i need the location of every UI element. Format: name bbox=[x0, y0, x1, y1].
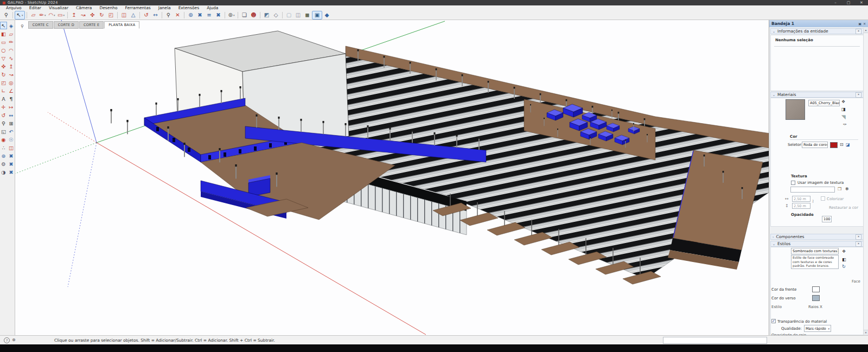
follow-me-icon[interactable]: ↝ bbox=[8, 71, 15, 78]
extension-d-icon[interactable]: ✖ bbox=[8, 160, 15, 168]
menu-arquivo[interactable]: Arquivo bbox=[2, 5, 25, 11]
extension-a-icon[interactable]: ⊛ bbox=[0, 152, 7, 159]
arc-icon[interactable]: ◠ bbox=[8, 46, 15, 54]
xray-style-icon[interactable]: ▢ bbox=[284, 11, 293, 19]
tray-titlebar[interactable]: Bandeja 1 ▣ ✕ bbox=[769, 20, 868, 27]
opacity-value-field[interactable]: 100 bbox=[822, 216, 832, 222]
section-plane-icon[interactable]: ◫ bbox=[8, 144, 15, 151]
shaded-textures-style-icon[interactable]: ▣ bbox=[312, 11, 322, 20]
wireframe-style-icon[interactable]: ◇ bbox=[271, 11, 280, 19]
polygon-icon[interactable]: ▽ bbox=[0, 54, 7, 62]
use-texture-checkbox[interactable] bbox=[791, 181, 795, 185]
menu-ferramentas[interactable]: Ferramentas bbox=[121, 5, 154, 11]
tape-measure-icon[interactable]: ∟ bbox=[0, 87, 7, 94]
push-pull-icon[interactable]: ↥ bbox=[8, 62, 15, 70]
styles-close-icon[interactable]: ✕ bbox=[856, 241, 861, 247]
rotate-icon[interactable]: ↻ bbox=[0, 71, 7, 78]
close-button[interactable]: ✕ bbox=[855, 0, 868, 5]
entity-info-close-icon[interactable]: ✕ bbox=[856, 29, 861, 34]
freehand-icon[interactable]: ∿ bbox=[8, 54, 15, 62]
scale-tool-icon[interactable]: ◰ bbox=[106, 11, 116, 19]
viewport-3d[interactable]: ⚲ CORTE CCORTE DCORTE EPLANTA BAIXA bbox=[15, 20, 769, 335]
zoom-icon[interactable]: ⚲ bbox=[0, 119, 7, 127]
back-edges-style-icon[interactable]: ◩ bbox=[262, 11, 271, 19]
layers-stack-icon[interactable]: ≡ bbox=[205, 11, 214, 19]
materials-header[interactable]: ⌄ Materiais ✕ bbox=[770, 92, 864, 98]
rectangle-icon[interactable]: ▭ bbox=[0, 38, 7, 46]
components-close-icon[interactable]: ✕ bbox=[856, 234, 861, 240]
line-icon[interactable]: ✏ bbox=[8, 38, 15, 46]
orbit-icon[interactable]: ↺ bbox=[0, 111, 7, 119]
zoom-icon[interactable]: ⚲ bbox=[164, 11, 173, 19]
offset-icon[interactable]: ◎ bbox=[8, 79, 15, 86]
material-transparency-checkbox[interactable]: ✓ bbox=[771, 319, 776, 323]
section-plane-icon[interactable]: ◫ bbox=[119, 11, 129, 19]
eraser-icon[interactable]: ▱ bbox=[8, 30, 15, 37]
arc-tool-icon[interactable]: ◠ bbox=[47, 11, 56, 19]
update-style-icon[interactable]: ↻ bbox=[842, 265, 846, 269]
move-icon[interactable]: ✜ bbox=[0, 62, 7, 70]
rotate-tool-icon[interactable]: ↻ bbox=[97, 11, 106, 19]
scene-tab-corte-d[interactable]: CORTE D bbox=[54, 21, 79, 29]
line-tool-icon[interactable]: ✏ bbox=[38, 11, 47, 19]
texture-file-field[interactable] bbox=[790, 187, 835, 193]
menu-ajuda[interactable]: Ajuda bbox=[203, 5, 222, 11]
paint-style-icon[interactable]: ◧ bbox=[842, 258, 846, 262]
orbit-tool-icon[interactable]: ↺ bbox=[142, 11, 151, 19]
maximize-button[interactable]: ▢ bbox=[842, 0, 855, 5]
create-material-icon[interactable]: ❖ bbox=[841, 100, 845, 104]
scroll-down-icon[interactable]: ▾ bbox=[864, 330, 868, 335]
extension-cross2-icon[interactable]: ✖ bbox=[214, 11, 223, 19]
zoom-tool-icon[interactable]: ⚲ bbox=[2, 11, 11, 19]
pan-tool-icon[interactable]: ↔ bbox=[151, 11, 160, 19]
look-around-icon[interactable]: ☉ bbox=[8, 136, 15, 143]
protractor-icon[interactable]: ∠ bbox=[8, 87, 15, 94]
help-icon[interactable]: ? bbox=[4, 337, 10, 343]
back-color-swatch[interactable] bbox=[812, 295, 820, 301]
texture-width-field[interactable]: 2,50 m bbox=[792, 196, 810, 202]
shaded-style-icon[interactable]: ◼ bbox=[303, 11, 312, 19]
extension-cross-icon[interactable]: ✖ bbox=[195, 11, 205, 19]
style-description-field[interactable]: Estilo de face sombreado com texturas e … bbox=[791, 255, 839, 269]
scene-tab-corte-c[interactable]: CORTE C bbox=[28, 21, 53, 29]
new-document-icon[interactable]: ❏ bbox=[240, 11, 249, 19]
follow-me-tool-icon[interactable]: ↝ bbox=[79, 11, 88, 19]
entity-info-header[interactable]: ⌄ Informações da entidade ✕ bbox=[770, 28, 864, 34]
texture-height-field[interactable]: 2,50 m bbox=[792, 203, 810, 209]
quality-dropdown[interactable]: Mais rápido ▾ bbox=[804, 325, 831, 332]
scene-tab-corte-e[interactable]: CORTE E bbox=[79, 21, 104, 29]
menu-desenho[interactable]: Desenho bbox=[95, 5, 121, 11]
extensions-menu-icon[interactable]: ⊛ bbox=[227, 11, 236, 19]
minimize-button[interactable]: – bbox=[829, 0, 842, 5]
eraser-tool-icon[interactable]: ▱ bbox=[29, 11, 38, 19]
zoom-extents-icon[interactable]: ◱ bbox=[0, 127, 7, 135]
material-name-field[interactable]: A05_Cherry_Blaze bbox=[808, 100, 840, 106]
match-model-color-icon[interactable]: ◪ bbox=[846, 143, 850, 147]
extension-b-icon[interactable]: ✖ bbox=[8, 152, 15, 159]
texture-pattern-icon[interactable]: ❃ bbox=[845, 187, 849, 191]
style-name-field[interactable]: Sombreado com texturas1 bbox=[791, 248, 839, 254]
menu-visualizar[interactable]: Visualizar bbox=[45, 5, 72, 11]
tray-options-icon[interactable]: ▣ bbox=[858, 22, 861, 25]
front-color-swatch[interactable] bbox=[812, 286, 820, 292]
materials-close-icon[interactable]: ✕ bbox=[856, 92, 861, 98]
menu-extensoes[interactable]: Extensões bbox=[175, 5, 203, 11]
styles-header[interactable]: ⌄ Estilos ✕ bbox=[770, 241, 864, 247]
paint-bucket-icon[interactable]: ◧ bbox=[0, 30, 7, 37]
components-header[interactable]: › Componentes ✕ bbox=[770, 234, 864, 240]
walk-icon[interactable]: ∴ bbox=[0, 144, 7, 151]
menu-janela[interactable]: Janela bbox=[155, 5, 175, 11]
make-component-icon[interactable]: ◈ bbox=[8, 22, 15, 29]
menu-camera[interactable]: Câmera bbox=[72, 5, 95, 11]
geolocation-icon[interactable]: ⊕ bbox=[12, 337, 16, 342]
move-tool-icon[interactable]: ✜ bbox=[88, 11, 97, 19]
triangle-tool-icon[interactable]: △ bbox=[129, 11, 138, 19]
monochrome-style-icon[interactable]: ◆ bbox=[322, 11, 331, 19]
select-tool-icon[interactable]: ↖ bbox=[0, 22, 7, 29]
scroll-up-icon[interactable]: ▴ bbox=[864, 28, 868, 33]
pan-icon[interactable]: ↔ bbox=[8, 111, 15, 119]
extension-c-icon[interactable]: ⚙ bbox=[0, 160, 7, 168]
eyedropper-icon[interactable]: ✑ bbox=[843, 123, 847, 127]
scale-icon[interactable]: ◰ bbox=[0, 79, 7, 86]
select-tool-icon[interactable]: ↖ bbox=[15, 11, 25, 20]
